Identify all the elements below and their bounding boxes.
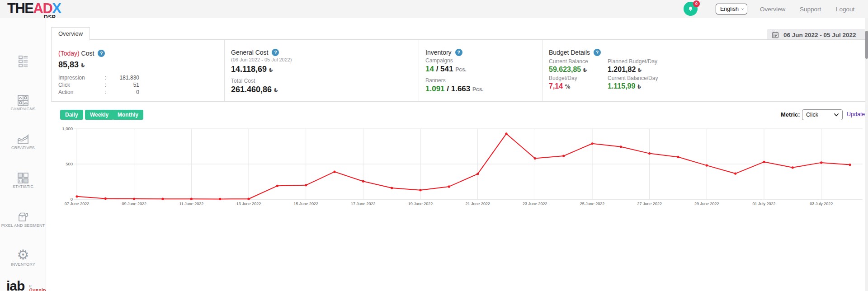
weekly-button[interactable]: Weekly — [85, 110, 113, 120]
bell-icon — [687, 5, 694, 13]
statistic-icon — [16, 132, 30, 146]
chart-data-point[interactable] — [305, 184, 307, 186]
today-cost-title-rest: Cost — [80, 50, 94, 57]
sidebar-item-settings[interactable]: ⚙ SETTINGS — [0, 248, 46, 280]
chart-data-point[interactable] — [792, 166, 794, 169]
stat-row-impression: Impression : 181.830 — [58, 74, 217, 81]
budget-cell-current-balance: Current Balance 59.623,85 ₺ — [549, 58, 599, 74]
iab-logo-dot: . — [24, 283, 28, 291]
help-icon[interactable]: ? — [594, 49, 601, 56]
chart-data-point[interactable] — [247, 198, 250, 200]
today-cost-title: (Today) Cost ? — [58, 50, 217, 57]
chart-data-point[interactable] — [219, 198, 221, 200]
budget-details-title: Budget Details ? — [549, 49, 698, 56]
inventory-icon — [16, 210, 30, 224]
general-cost-subtitle: (06 Jun 2022 - 05 Jul 2022) — [231, 57, 412, 62]
inventory-banners-value: 1.091 / 1.663 Pcs. — [425, 84, 536, 94]
budget-cell-planned-budget-day: Planned Budget/Day 1.201,82 ₺ — [608, 58, 698, 74]
chart-data-point[interactable] — [677, 156, 679, 158]
chart-data-point[interactable] — [161, 198, 164, 200]
inventory-banners-label: Banners — [425, 77, 536, 84]
chart-data-point[interactable] — [734, 172, 736, 174]
monthly-button[interactable]: Monthly — [113, 110, 143, 120]
total-cost-value: 261.460,86 ₺ — [231, 85, 412, 94]
inventory-campaigns-label: Campaigns — [425, 57, 536, 64]
chart-data-point[interactable] — [562, 155, 565, 157]
help-icon[interactable]: ? — [272, 49, 279, 56]
chart-data-point[interactable] — [419, 189, 421, 191]
today-cost-rows: Impression : 181.830 Click : 51 Action :… — [58, 74, 217, 96]
update-link[interactable]: Update — [847, 111, 865, 117]
nav-link-logout[interactable]: Logout — [836, 6, 854, 13]
sidebar-item-campaigns[interactable]: CAMPAIGNS — [0, 54, 46, 86]
card-divider — [542, 40, 542, 101]
card-today-cost: (Today) Cost ? 85,83 ₺ Impression : 181.… — [58, 40, 217, 101]
help-icon[interactable]: ? — [98, 50, 105, 57]
chart-data-point[interactable] — [849, 164, 851, 166]
clicks-line-chart: 05001,00007 June 202209 June 202211 June… — [51, 120, 865, 217]
lira-symbol: ₺ — [637, 84, 641, 90]
lira-symbol: ₺ — [269, 67, 273, 73]
lira-symbol: ₺ — [638, 67, 642, 73]
chart-data-point[interactable] — [648, 152, 651, 155]
inventory-campaigns-value: 14 / 541 Pcs. — [425, 65, 536, 74]
daily-button[interactable]: Daily — [60, 110, 83, 120]
chart-data-point[interactable] — [620, 146, 622, 148]
x-axis-tick-label: 03 July 2022 — [810, 202, 833, 206]
chart-data-point[interactable] — [505, 132, 507, 135]
sidebar-item-inventory[interactable]: INVENTORY — [0, 210, 46, 241]
today-cost-title-prefix: (Today) — [58, 50, 80, 57]
x-axis-tick-label: 23 June 2022 — [523, 202, 547, 206]
logo-text-the: THE — [7, 0, 33, 16]
x-axis-tick-label: 01 July 2022 — [752, 202, 775, 206]
nav-link-support[interactable]: Support — [800, 6, 821, 13]
chart-data-point[interactable] — [820, 161, 822, 164]
x-axis-tick-label: 17 June 2022 — [351, 202, 376, 206]
chart-data-point[interactable] — [591, 142, 593, 145]
chart-data-point[interactable] — [448, 185, 450, 188]
card-general-cost: General Cost ? (06 Jun 2022 - 05 Jul 202… — [231, 40, 412, 101]
stat-row-click: Click : 51 — [58, 81, 217, 89]
budget-grid: Current Balance 59.623,85 ₺ Planned Budg… — [549, 58, 698, 90]
chart-data-point[interactable] — [276, 185, 278, 187]
chart-data-point[interactable] — [104, 197, 107, 200]
tab-overview[interactable]: Overview — [51, 27, 90, 40]
sidebar-item-statistic[interactable]: STATISTIC — [0, 132, 46, 164]
iab-tr-logo: iab. tr ÜYESİDİR — [6, 279, 51, 291]
chart-data-point[interactable] — [763, 161, 765, 163]
iab-logo-text: iab — [6, 279, 24, 291]
notifications-button[interactable]: 0 — [684, 2, 698, 16]
chart-data-point[interactable] — [391, 187, 393, 189]
today-cost-value: 85,83 ₺ — [58, 60, 217, 70]
settings-gear-icon: ⚙ — [0, 248, 46, 262]
help-icon[interactable]: ? — [455, 49, 462, 56]
chart-data-point[interactable] — [362, 180, 364, 183]
scrollbar-thumb[interactable] — [865, 31, 868, 59]
pixel-and-segment-icon — [16, 171, 30, 185]
chart-data-point[interactable] — [75, 195, 78, 197]
chart-data-point[interactable] — [133, 197, 135, 200]
top-header: THEADX DSP 0 English Overview Support Lo… — [0, 0, 868, 18]
metric-select-value: Click — [806, 112, 834, 118]
x-axis-tick-label: 19 June 2022 — [408, 202, 433, 206]
metric-select[interactable]: Click — [802, 109, 843, 120]
chart-data-point[interactable] — [534, 157, 536, 160]
chart-data-point[interactable] — [706, 164, 708, 167]
nav-link-overview[interactable]: Overview — [760, 6, 785, 13]
main-content: Overview 06 Jun 2022 - 05 Jul 2022 (Toda… — [46, 18, 868, 291]
chart-data-point[interactable] — [190, 198, 193, 200]
language-select[interactable]: English — [716, 4, 747, 14]
language-select-value: English — [720, 6, 739, 12]
chart-data-point[interactable] — [333, 171, 335, 173]
card-inventory: Inventory ? Campaigns 14 / 541 Pcs. Bann… — [425, 40, 536, 101]
sidebar-item-creatives[interactable]: CREATIVES — [0, 93, 46, 125]
x-axis-tick-label: 29 June 2022 — [694, 202, 719, 206]
vertical-scrollbar[interactable] — [865, 18, 868, 291]
stat-row-action: Action : 0 — [58, 89, 217, 96]
chart-data-point[interactable] — [476, 173, 479, 175]
x-axis-tick-label: 15 June 2022 — [293, 202, 318, 206]
sidebar-item-pixel-and-segment[interactable]: PIXEL AND SEGMENT — [0, 171, 46, 202]
lira-symbol: ₺ — [583, 67, 587, 73]
x-axis-tick-label: 09 June 2022 — [122, 202, 146, 206]
creatives-icon — [16, 93, 30, 108]
